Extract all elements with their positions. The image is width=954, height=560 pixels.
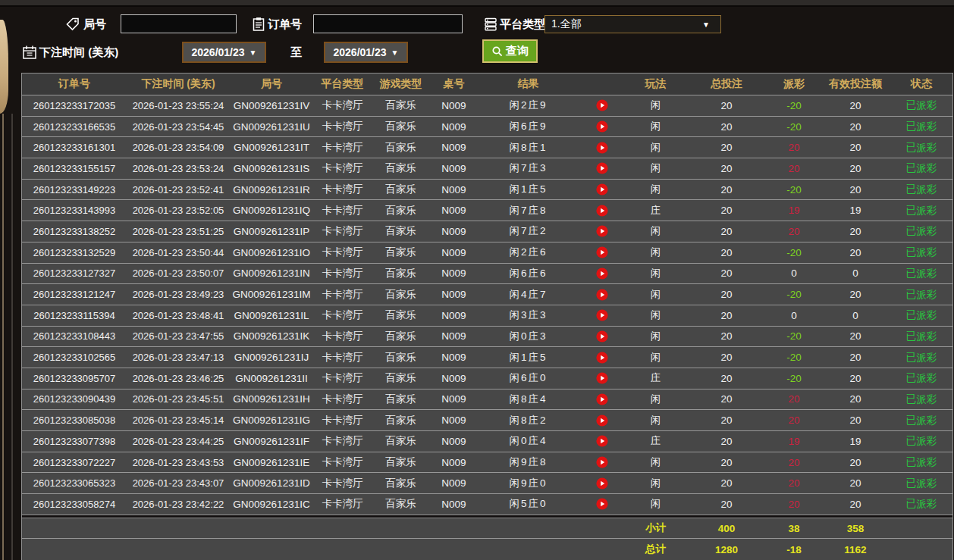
cell-play-method: 闲: [626, 284, 686, 305]
cell-bet-time: 2026-01-23 23:50:07: [127, 264, 230, 284]
date-from-picker[interactable]: 2026/01/23 ▼: [182, 42, 266, 63]
cell-order-no: 260123233095707: [22, 368, 127, 389]
cell-total-bet: 20: [686, 158, 767, 179]
replay-play-button[interactable]: [596, 498, 608, 510]
cell-round-no: GN009261231IC: [230, 494, 313, 515]
cell-platform: 卡卡湾厅: [313, 327, 372, 347]
cell-total-bet: 20: [686, 264, 767, 284]
cell-total-bet: 20: [686, 95, 767, 116]
replay-play-button[interactable]: [596, 415, 608, 427]
replay-play-button[interactable]: [596, 456, 608, 468]
cell-game-type: 百家乐: [372, 452, 430, 473]
cell-valid-bet: 19: [821, 200, 890, 221]
cell-play-method: 闲: [626, 452, 686, 473]
replay-play-button[interactable]: [596, 352, 608, 364]
replay-play-button[interactable]: [596, 183, 608, 196]
header-status: 状态: [890, 74, 952, 95]
search-button[interactable]: 查询: [482, 39, 538, 63]
date-to-picker[interactable]: 2026/01/23 ▼: [324, 42, 408, 63]
cell-play-method: 闲: [626, 410, 686, 430]
cell-order-no: 260123233161301: [22, 137, 127, 158]
cell-valid-bet: 20: [821, 452, 890, 473]
table-row: 260123233172035 2026-01-23 23:55:24 GN00…: [22, 95, 952, 117]
cell-platform: 卡卡湾厅: [313, 117, 372, 137]
cell-game-type: 百家乐: [372, 431, 430, 452]
round-no-label: 局号: [83, 17, 106, 32]
replay-play-button[interactable]: [596, 225, 608, 237]
cell-game-type: 百家乐: [372, 347, 430, 368]
cell-status: 已派彩: [890, 137, 952, 158]
cell-status: 已派彩: [890, 117, 952, 137]
cell-status: 已派彩: [890, 452, 952, 473]
cell-valid-bet: 20: [821, 327, 890, 347]
cell-valid-bet: 20: [821, 494, 890, 515]
cell-result: 闲6庄0: [478, 368, 579, 389]
cell-game-type: 百家乐: [372, 305, 430, 326]
cell-round-no: GN009261231IS: [230, 158, 313, 179]
cell-status: 已派彩: [890, 221, 952, 242]
replay-play-button[interactable]: [596, 477, 608, 490]
replay-play-button[interactable]: [596, 246, 608, 258]
table-row: 260123233155157 2026-01-23 23:53:24 GN00…: [22, 158, 952, 180]
cell-play-method: 闲: [626, 242, 686, 263]
cell-valid-bet: 20: [821, 473, 890, 493]
play-icon: [596, 99, 608, 111]
order-no-input[interactable]: [313, 14, 463, 33]
replay-play-button[interactable]: [596, 309, 608, 321]
cell-valid-bet: 20: [821, 389, 890, 410]
cell-order-no: 260123233102565: [22, 347, 127, 368]
replay-play-button[interactable]: [596, 205, 608, 217]
header-replay: [579, 74, 626, 95]
cell-order-no: 260123233065323: [22, 473, 127, 493]
play-icon: [596, 142, 608, 154]
cell-round-no: GN009261231IQ: [230, 200, 313, 221]
replay-play-button[interactable]: [596, 330, 608, 343]
replay-play-button[interactable]: [596, 162, 608, 174]
replay-play-button[interactable]: [596, 289, 608, 301]
cell-game-type: 百家乐: [372, 264, 430, 284]
cell-status: 已派彩: [890, 410, 952, 430]
cell-platform: 卡卡湾厅: [313, 221, 372, 242]
replay-play-button[interactable]: [596, 372, 608, 384]
search-button-label: 查询: [506, 44, 529, 58]
replay-play-button[interactable]: [596, 142, 608, 154]
order-no-label: 订单号: [268, 17, 302, 32]
cell-valid-bet: 19: [821, 431, 890, 452]
cell-valid-bet: 20: [821, 158, 890, 179]
cell-game-type: 百家乐: [372, 180, 430, 200]
cell-result: 闲9庄8: [478, 452, 579, 473]
cell-round-no: GN009261231IF: [230, 431, 313, 452]
cell-result: 闲0庄3: [478, 327, 579, 347]
cell-result: 闲8庄2: [478, 410, 579, 430]
replay-play-button[interactable]: [596, 99, 608, 111]
cell-play-method: 庄: [626, 431, 686, 452]
platform-select[interactable]: 1.全部 ▼: [544, 15, 721, 33]
cell-bet-time: 2026-01-23 23:52:41: [127, 180, 230, 200]
cell-platform: 卡卡湾厅: [313, 200, 372, 221]
cell-table-no: N009: [430, 200, 478, 221]
round-no-input[interactable]: [121, 14, 237, 33]
cell-order-no: 260123233166535: [22, 117, 127, 137]
cell-round-no: GN009261231IO: [230, 242, 313, 263]
cell-result: 闲9庄0: [478, 473, 579, 493]
replay-play-button[interactable]: [596, 435, 608, 447]
cell-game-type: 百家乐: [372, 327, 430, 347]
top-strip: [0, 0, 954, 7]
replay-play-button[interactable]: [596, 267, 608, 280]
cell-status: 已派彩: [890, 473, 952, 493]
cell-table-no: N009: [430, 494, 478, 515]
cell-order-no: 260123233085038: [22, 410, 127, 430]
grand-total-row: 总计 1280 -18 1162: [22, 539, 952, 560]
table-row: 260123233058274 2026-01-23 23:42:22 GN00…: [22, 494, 952, 515]
cell-total-bet: 20: [686, 347, 767, 368]
cell-order-no: 260123233108443: [22, 327, 127, 347]
cell-total-bet: 20: [686, 242, 767, 263]
cell-status: 已派彩: [890, 95, 952, 116]
cell-status: 已派彩: [890, 158, 952, 179]
replay-play-button[interactable]: [596, 393, 608, 405]
cell-table-no: N009: [430, 305, 478, 326]
replay-play-button[interactable]: [596, 120, 608, 133]
cell-bet-time: 2026-01-23 23:52:05: [127, 200, 230, 221]
cell-play-method: 闲: [626, 264, 686, 284]
cell-order-no: 260123233090439: [22, 389, 127, 410]
